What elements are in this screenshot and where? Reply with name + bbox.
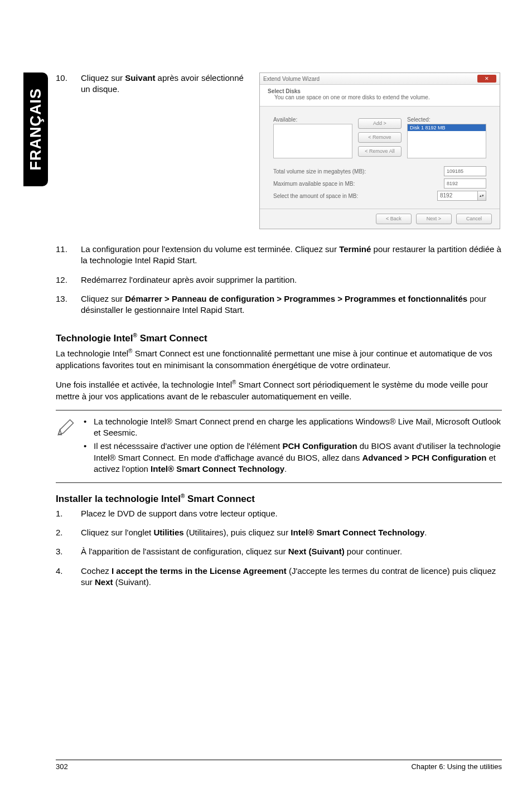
section-heading-smart-connect: Technologie Intel® Smart Connect xyxy=(56,332,502,344)
step-number: 13. xyxy=(56,293,81,316)
step-number: 2. xyxy=(56,527,81,538)
back-button[interactable]: < Back xyxy=(376,214,412,224)
remove-button[interactable]: < Remove xyxy=(358,132,402,143)
step-text: Cliquez sur Démarrer > Panneau de config… xyxy=(81,293,502,316)
language-tab-text: FRANÇAIS xyxy=(27,88,45,171)
step-text: À l'apparition de l'assistant de configu… xyxy=(81,546,502,557)
remove-all-button[interactable]: < Remove All xyxy=(358,146,402,157)
extend-volume-wizard: Extend Volume Wizard ✕ Select Disks You … xyxy=(259,73,500,229)
step-number: 11. xyxy=(56,244,81,267)
close-icon[interactable]: ✕ xyxy=(477,75,496,83)
step-text: Cliquez sur l'onglet Utilities (Utilitai… xyxy=(81,527,502,538)
step-text: Cliquez sur Suivant après avoir sélectio… xyxy=(81,73,248,95)
next-button[interactable]: Next > xyxy=(416,214,452,224)
select-space-input[interactable]: 8192▴▾ xyxy=(437,191,486,201)
pen-icon xyxy=(56,416,84,477)
paragraph: Une fois installée et activée, la techno… xyxy=(56,379,502,402)
step-number: 4. xyxy=(56,566,81,588)
note-list: La technologie Intel® Smart Connect pren… xyxy=(84,416,502,477)
page-footer: 302 Chapter 6: Using the utilities xyxy=(56,760,502,771)
note-item: La technologie Intel® Smart Connect pren… xyxy=(84,416,502,439)
chapter-label: Chapter 6: Using the utilities xyxy=(411,762,502,771)
total-size-label: Total volume size in megabytes (MB): xyxy=(273,168,366,175)
step-number: 10. xyxy=(56,73,81,95)
available-label: Available: xyxy=(273,117,297,123)
total-size-value: 109185 xyxy=(444,166,486,176)
note-item: Il est nécesssaire d'activer une option … xyxy=(84,441,502,475)
paragraph: La technologie Intel® Smart Connect est … xyxy=(56,347,502,371)
step-number: 3. xyxy=(56,546,81,557)
selected-label: Selected: xyxy=(407,117,431,123)
step-text: Placez le DVD de support dans votre lect… xyxy=(81,508,502,519)
selected-list[interactable]: Disk 1 8192 MB xyxy=(407,124,486,158)
wizard-heading: Select Disks xyxy=(268,88,301,94)
page-content: 10. Cliquez sur Suivant après avoir séle… xyxy=(56,73,502,596)
step-text: Redémarrez l'ordinateur après avoir supp… xyxy=(81,274,502,286)
note-block: La technologie Intel® Smart Connect pren… xyxy=(56,410,502,483)
wizard-subtitle: You can use space on one or more disks t… xyxy=(268,94,430,100)
max-space-label: Maximum available space in MB: xyxy=(273,181,355,187)
cancel-button[interactable]: Cancel xyxy=(456,214,492,224)
language-tab: FRANÇAIS xyxy=(23,73,48,186)
step-number: 12. xyxy=(56,274,81,286)
step-text: La configuration pour l'extension du vol… xyxy=(81,244,502,267)
spinner-icon[interactable]: ▴▾ xyxy=(477,191,486,200)
available-list[interactable] xyxy=(273,124,352,158)
page-number: 302 xyxy=(56,762,68,771)
step-number: 1. xyxy=(56,508,81,519)
selected-item[interactable]: Disk 1 8192 MB xyxy=(408,124,486,131)
max-space-value: 8192 xyxy=(444,178,486,189)
select-space-label: Select the amount of space in MB: xyxy=(273,193,358,199)
add-button[interactable]: Add > xyxy=(358,118,402,129)
section-heading-install: Installer la technologie Intel® Smart Co… xyxy=(56,493,502,505)
wizard-title: Extend Volume Wizard xyxy=(263,76,320,82)
step-text: Cochez I accept the terms in the License… xyxy=(81,566,502,588)
